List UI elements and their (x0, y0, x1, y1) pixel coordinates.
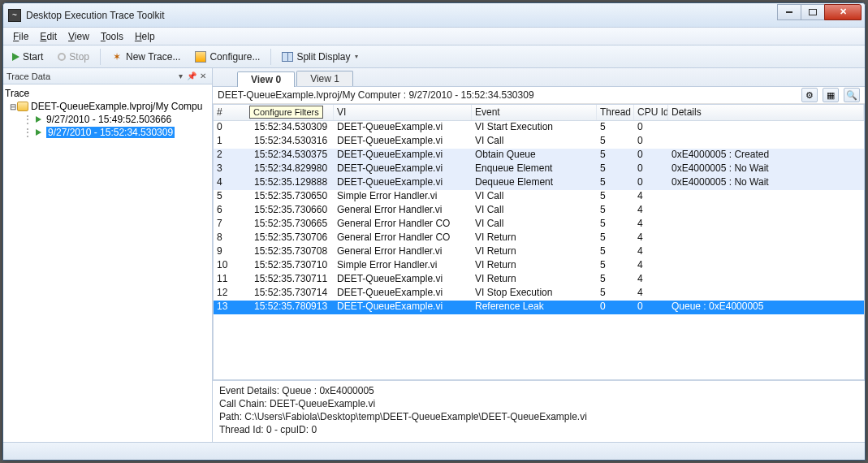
table-cell: 4 (634, 218, 668, 232)
table-cell: VI Start Execution (472, 121, 597, 135)
table-cell: 5 (597, 176, 634, 190)
tree-run-item[interactable]: ⋮9/27/2010 - 15:49:52.503666 (5, 113, 210, 126)
trace-tree[interactable]: Trace ⊟DEET-QueueExample.lvproj/My Compu… (3, 84, 212, 442)
table-row[interactable]: 815:52:35.730706General Error Handler CO… (214, 232, 864, 245)
split-display-button[interactable]: Split Display▾ (276, 49, 364, 65)
window-title: Desktop Execution Trace Toolkit (26, 10, 778, 21)
event-details-panel: Event Details: Queue : 0xE4000005 Call C… (213, 380, 865, 442)
table-cell (668, 245, 864, 259)
table-cell: 4 (634, 287, 668, 301)
table-cell: 15:52:35.780913 (251, 301, 334, 314)
tab-view1[interactable]: View 1 (296, 71, 353, 86)
col-vi[interactable]: VI (334, 105, 472, 120)
menu-tools[interactable]: Tools (96, 29, 128, 44)
start-button[interactable]: Start (6, 49, 49, 65)
table-cell: 0 (634, 301, 668, 314)
view-tabs: View 0 View 1 (213, 68, 865, 86)
search-button[interactable]: 🔍 (844, 88, 860, 102)
col-number[interactable]: # (214, 105, 251, 120)
table-cell: 5 (597, 259, 634, 273)
table-row[interactable]: 1115:52:35.730711DEET-QueueExample.viVI … (214, 273, 864, 287)
table-cell: VI Call (472, 204, 597, 218)
table-cell: 5 (597, 162, 634, 176)
table-cell: VI Return (472, 232, 597, 245)
table-cell: 15:52:34.530375 (251, 149, 334, 162)
table-header: # VI Event Thread CPU Id Details Configu… (214, 105, 864, 121)
table-cell: 0 (634, 162, 668, 176)
options-button[interactable]: ⚙ (801, 88, 818, 102)
app-window: ~ Desktop Execution Trace Toolkit File E… (2, 2, 866, 461)
table-body[interactable]: 015:52:34.530309DEET-QueueExample.viVI S… (214, 121, 864, 379)
pin-icon[interactable]: 📌 (186, 71, 197, 80)
table-cell (668, 218, 864, 232)
table-row[interactable]: 515:52:35.730650Simple Error Handler.viV… (214, 190, 864, 204)
table-row[interactable]: 015:52:34.530309DEET-QueueExample.viVI S… (214, 121, 864, 135)
menu-help[interactable]: Help (130, 29, 160, 44)
table-cell: 15:52:34.530309 (251, 121, 334, 135)
table-cell: DEET-QueueExample.vi (334, 301, 472, 314)
trace-table: # VI Event Thread CPU Id Details Configu… (213, 104, 865, 380)
tree-project-item[interactable]: ⊟DEET-QueueExample.lvproj/My Compu (5, 100, 210, 113)
table-cell: 5 (597, 218, 634, 232)
table-row[interactable]: 115:52:34.530316DEET-QueueExample.viVI C… (214, 135, 864, 149)
table-cell: 15:52:35.730708 (251, 245, 334, 259)
table-cell (668, 204, 864, 218)
table-row[interactable]: 1315:52:35.780913DEET-QueueExample.viRef… (214, 301, 864, 314)
tree-run-item[interactable]: ⋮9/27/2010 - 15:52:34.530309 (5, 126, 210, 139)
table-cell: Enqueue Element (472, 162, 597, 176)
table-row[interactable]: 215:52:34.530375DEET-QueueExample.viObta… (214, 149, 864, 162)
col-thread[interactable]: Thread (597, 105, 634, 120)
table-cell: VI Stop Execution (472, 287, 597, 301)
table-cell: 15:52:35.730660 (251, 204, 334, 218)
table-cell: General Error Handler CO (334, 232, 472, 245)
stop-button[interactable]: Stop (52, 49, 95, 65)
menu-file[interactable]: File (8, 29, 33, 44)
table-row[interactable]: 415:52:35.129888DEET-QueueExample.viDequ… (214, 176, 864, 190)
panel-title: Trace Data (6, 71, 175, 81)
table-cell: 4 (634, 204, 668, 218)
table-cell: 15:52:35.129888 (251, 176, 334, 190)
breadcrumb-row: DEET-QueueExample.lvproj/My Computer : 9… (213, 86, 865, 104)
col-details[interactable]: Details (668, 105, 864, 120)
table-cell: 0xE4000005 : Created (668, 149, 864, 162)
table-row[interactable]: 315:52:34.829980DEET-QueueExample.viEnqu… (214, 162, 864, 176)
table-row[interactable]: 915:52:35.730708General Error Handler.vi… (214, 245, 864, 259)
table-cell: 7 (214, 218, 251, 232)
table-cell: 15:52:35.730710 (251, 259, 334, 273)
filter-button[interactable]: ▦ (823, 88, 839, 102)
configure-filters-tooltip: Configure Filters (249, 106, 323, 119)
table-cell: 5 (597, 121, 634, 135)
table-cell: 15:52:35.730665 (251, 218, 334, 232)
table-cell (668, 287, 864, 301)
new-trace-button[interactable]: ✶New Trace... (106, 49, 186, 65)
table-cell: 12 (214, 287, 251, 301)
table-cell: Simple Error Handler.vi (334, 190, 472, 204)
maximize-button[interactable] (801, 4, 825, 20)
titlebar[interactable]: ~ Desktop Execution Trace Toolkit (3, 3, 865, 28)
table-row[interactable]: 715:52:35.730665General Error Handler CO… (214, 218, 864, 232)
folder-icon (17, 102, 28, 111)
table-cell: 4 (634, 190, 668, 204)
chevron-down-icon[interactable]: ▾ (175, 71, 186, 80)
minimize-button[interactable] (777, 4, 801, 20)
tab-view0[interactable]: View 0 (237, 71, 295, 87)
table-cell: 15:52:35.730711 (251, 273, 334, 287)
col-cpu[interactable]: CPU Id (634, 105, 668, 120)
tree-root[interactable]: Trace (5, 87, 210, 100)
table-row[interactable]: 1015:52:35.730710Simple Error Handler.vi… (214, 259, 864, 273)
table-cell: 4 (214, 176, 251, 190)
col-event[interactable]: Event (472, 105, 597, 120)
detail-line: Path: C:\Users\Fabiola\Desktop\temp\DEET… (219, 410, 858, 423)
play-icon (12, 53, 19, 61)
table-cell: DEET-QueueExample.vi (334, 176, 472, 190)
table-row[interactable]: 615:52:35.730660General Error Handler.vi… (214, 204, 864, 218)
configure-button[interactable]: Configure... (189, 49, 266, 65)
close-button[interactable] (824, 4, 862, 20)
table-cell: VI Return (472, 259, 597, 273)
menu-view[interactable]: View (63, 29, 94, 44)
close-icon[interactable]: ✕ (197, 71, 209, 80)
separator (100, 49, 101, 65)
menu-edit[interactable]: Edit (35, 29, 62, 44)
table-cell: Obtain Queue (472, 149, 597, 162)
table-row[interactable]: 1215:52:35.730714DEET-QueueExample.viVI … (214, 287, 864, 301)
